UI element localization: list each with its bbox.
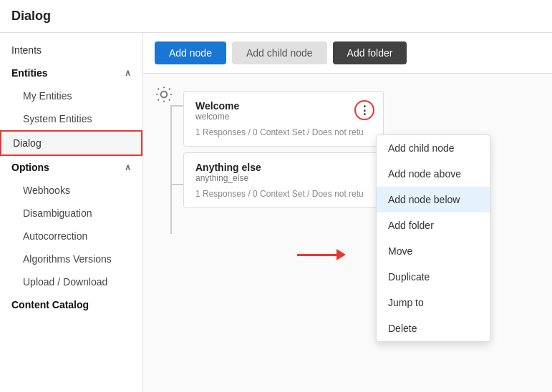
sidebar-item-options[interactable]: Options ∧ (0, 156, 142, 179)
sidebar-item-webhooks[interactable]: Webhooks (0, 179, 142, 202)
my-entities-label: My Entities (23, 90, 72, 102)
upload-download-label: Upload / Download (23, 276, 107, 288)
arrow-line (297, 254, 336, 256)
arrow-head (336, 249, 346, 260)
menu-item-duplicate[interactable]: Duplicate (377, 264, 490, 290)
sidebar-item-disambiguation[interactable]: Disambiguation (0, 202, 142, 225)
webhooks-label: Webhooks (23, 185, 70, 196)
menu-item-add-folder[interactable]: Add folder (377, 212, 490, 238)
sidebar-item-algorithms[interactable]: Algorithms Versions (0, 248, 142, 270)
sidebar-item-my-entities[interactable]: My Entities (0, 84, 142, 107)
nodes-container: Welcome welcome 1 Responses / 0 Context … (183, 91, 541, 208)
anything-else-node-id: anything_else (195, 173, 372, 183)
algorithms-label: Algorithms Versions (23, 253, 112, 265)
content-catalog-label: Content Catalog (11, 299, 89, 310)
anything-else-node-meta: 1 Responses / 0 Context Set / Does not r… (195, 189, 372, 199)
sidebar-item-autocorrection[interactable]: Autocorrection (0, 225, 142, 248)
anything-else-node-title: Anything else (195, 162, 372, 173)
content-area: Add node Add child node Add folder (143, 33, 552, 392)
add-folder-button[interactable]: Add folder (333, 41, 407, 64)
welcome-node-meta: 1 Responses / 0 Context Set / Does not r… (195, 127, 372, 137)
menu-item-add-child-node[interactable]: Add child node (377, 135, 490, 161)
menu-item-move[interactable]: Move (377, 238, 490, 264)
options-chevron: ∧ (125, 162, 131, 172)
connector-branch-top (170, 105, 183, 107)
menu-item-add-node-below[interactable]: Add node below (377, 187, 490, 212)
sidebar-item-system-entities[interactable]: System Entities (0, 107, 142, 130)
context-menu: Add child node Add node above Add node b… (376, 134, 490, 342)
node-anything-else[interactable]: Anything else anything_else 1 Responses … (183, 152, 384, 208)
connector-line (170, 105, 172, 234)
sidebar-item-dialog[interactable]: Dialog (0, 130, 142, 156)
options-label: Options (11, 162, 49, 173)
more-dots-icon: ⋮ (359, 104, 370, 117)
connector-branch-bottom (170, 184, 183, 185)
canvas: Welcome welcome 1 Responses / 0 Context … (143, 74, 552, 392)
title-bar: Dialog (0, 0, 552, 33)
intents-label: Intents (11, 44, 42, 56)
menu-item-add-node-above[interactable]: Add node above (377, 161, 490, 187)
toolbar: Add node Add child node Add folder (143, 33, 552, 74)
disambiguation-label: Disambiguation (23, 207, 92, 219)
dialog-label: Dialog (13, 137, 42, 149)
node-welcome[interactable]: Welcome welcome 1 Responses / 0 Context … (183, 91, 384, 147)
sidebar-item-upload-download[interactable]: Upload / Download (0, 270, 142, 293)
welcome-node-title: Welcome (195, 100, 372, 112)
main-layout: Intents Entities ∧ My Entities System En… (0, 33, 552, 392)
app-title: Dialog (11, 9, 541, 24)
add-node-button[interactable]: Add node (155, 41, 226, 64)
system-entities-label: System Entities (23, 113, 92, 124)
sidebar: Intents Entities ∧ My Entities System En… (0, 33, 143, 392)
menu-item-delete[interactable]: Delete (377, 315, 490, 341)
app-container: Dialog Intents Entities ∧ My Entities Sy… (0, 0, 552, 392)
menu-item-jump-to[interactable]: Jump to (377, 290, 490, 315)
more-options-button[interactable]: ⋮ (354, 100, 374, 120)
welcome-node-id: welcome (195, 112, 372, 122)
arrow-annotation (297, 249, 346, 260)
autocorrection-label: Autocorrection (23, 230, 87, 242)
sidebar-item-content-catalog[interactable]: Content Catalog (0, 293, 142, 316)
sidebar-item-intents[interactable]: Intents (0, 39, 142, 62)
add-child-node-button[interactable]: Add child node (232, 41, 327, 64)
entities-label: Entities (11, 67, 48, 79)
entities-chevron: ∧ (125, 68, 131, 78)
svg-point-0 (161, 92, 168, 98)
sidebar-item-entities[interactable]: Entities ∧ (0, 62, 142, 84)
